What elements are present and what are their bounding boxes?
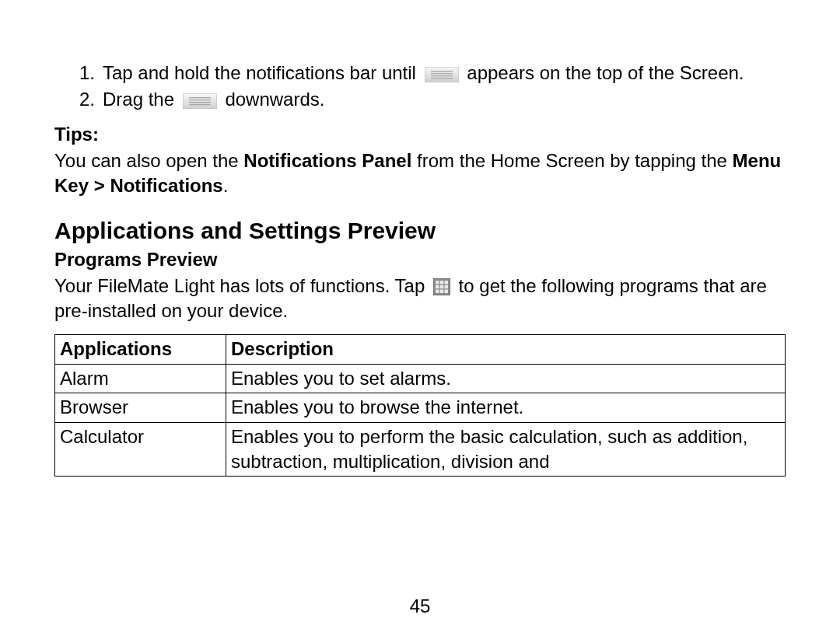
- step-number: 1.: [79, 61, 103, 86]
- step-2: 2. Drag the: [79, 87, 786, 112]
- page-number: 45: [0, 595, 840, 617]
- manual-page: 1. Tap and hold the notifications bar un…: [0, 0, 840, 639]
- svg-rect-16: [444, 285, 448, 289]
- table-row: Alarm Enables you to set alarms.: [55, 364, 786, 393]
- svg-rect-17: [436, 290, 439, 294]
- programs-text-a: Your FileMate Light has lots of function…: [54, 275, 430, 296]
- svg-rect-0: [425, 67, 459, 82]
- svg-rect-6: [189, 97, 211, 98]
- cell-app: Browser: [55, 393, 226, 422]
- drag-handle-icon: [183, 93, 217, 109]
- step-1-text-a: Tap and hold the notifications bar until: [103, 62, 422, 83]
- svg-rect-1: [431, 71, 453, 72]
- tips-heading: Tips:: [54, 124, 786, 145]
- table-row: Browser Enables you to browse the intern…: [55, 393, 786, 422]
- section-heading: Applications and Settings Preview: [54, 218, 786, 244]
- svg-rect-5: [183, 93, 217, 109]
- step-2-text-b: downwards.: [225, 89, 324, 110]
- step-text: Tap and hold the notifications bar until: [103, 61, 786, 86]
- svg-rect-8: [189, 102, 211, 103]
- step-number: 2.: [79, 87, 103, 112]
- svg-rect-15: [440, 285, 444, 289]
- programs-preview-heading: Programs Preview: [54, 249, 786, 271]
- svg-rect-7: [189, 100, 211, 100]
- svg-rect-3: [431, 75, 453, 76]
- tips-text-e: .: [223, 175, 229, 196]
- svg-rect-2: [431, 73, 453, 74]
- svg-rect-9: [189, 104, 211, 105]
- cell-desc: Enables you to browse the internet.: [226, 393, 786, 422]
- svg-rect-13: [444, 281, 448, 285]
- tips-text-b: Notifications Panel: [243, 150, 411, 171]
- header-description: Description: [226, 335, 786, 364]
- applications-table: Applications Description Alarm Enables y…: [54, 334, 786, 477]
- drag-handle-icon: [425, 67, 459, 82]
- table-row: Calculator Enables you to perform the ba…: [55, 422, 786, 477]
- svg-rect-19: [444, 290, 448, 294]
- step-1-text-b: appears on the top of the Screen.: [467, 62, 744, 83]
- cell-app: Alarm: [55, 364, 226, 393]
- header-applications: Applications: [55, 335, 226, 364]
- svg-rect-11: [436, 281, 439, 285]
- tips-text-c: from the Home Screen by tapping the: [411, 150, 732, 171]
- cell-desc: Enables you to set alarms.: [226, 364, 786, 393]
- svg-rect-12: [440, 281, 444, 285]
- tips-text-a: You can also open the: [54, 150, 243, 171]
- svg-rect-18: [440, 290, 444, 294]
- step-1: 1. Tap and hold the notifications bar un…: [79, 61, 786, 86]
- cell-desc: Enables you to perform the basic calcula…: [226, 422, 786, 477]
- step-2-text-a: Drag the: [103, 89, 180, 110]
- svg-rect-14: [436, 285, 439, 289]
- app-grid-icon: [433, 278, 450, 295]
- table-header-row: Applications Description: [55, 335, 786, 364]
- tips-paragraph: You can also open the Notifications Pane…: [54, 148, 786, 199]
- programs-paragraph: Your FileMate Light has lots of function…: [54, 274, 786, 324]
- cell-app: Calculator: [55, 422, 226, 477]
- svg-rect-4: [431, 78, 453, 79]
- steps-list: 1. Tap and hold the notifications bar un…: [79, 61, 786, 113]
- step-text: Drag the: [103, 87, 786, 112]
